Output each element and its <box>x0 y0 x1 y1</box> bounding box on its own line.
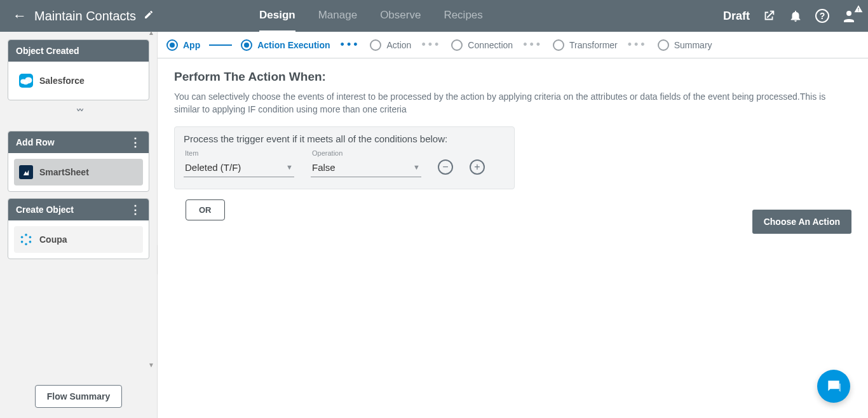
radio-empty-icon <box>370 39 381 51</box>
block-header: Create Object ⋮ <box>8 199 149 220</box>
field-operation: Operation False ▼ <box>311 149 421 177</box>
svg-point-11 <box>21 236 24 239</box>
bell-icon[interactable] <box>788 8 803 24</box>
help-icon[interactable]: ? <box>815 8 830 24</box>
block-menu-icon[interactable]: ⋮ <box>130 206 141 213</box>
field-label: Item <box>184 149 294 157</box>
item-value: Deleted (T/F) <box>185 162 241 173</box>
radio-filled-icon <box>241 39 252 51</box>
user-avatar[interactable] <box>841 8 857 24</box>
step-connection[interactable]: Connection <box>451 39 513 51</box>
add-condition-button[interactable]: + <box>470 159 485 175</box>
step-label: Action Execution <box>257 40 330 50</box>
choose-action-button[interactable]: Choose An Action <box>752 210 851 234</box>
topbar-tabs: Design Manage Observe Recipes <box>259 0 483 32</box>
svg-point-9 <box>25 243 27 246</box>
app-row-smartsheet[interactable]: SmartSheet <box>14 159 143 185</box>
smartsheet-icon <box>19 165 33 179</box>
external-link-icon[interactable] <box>761 8 776 24</box>
step-label: App <box>183 40 200 50</box>
svg-point-5 <box>23 80 29 85</box>
salesforce-icon <box>19 74 33 88</box>
remove-condition-button[interactable]: − <box>438 159 453 175</box>
condition-title: Process the trigger event if it meets al… <box>184 133 505 144</box>
item-select[interactable]: Deleted (T/F) ▼ <box>184 158 294 177</box>
flow-summary-wrap: Flow Summary <box>8 379 149 418</box>
flow-summary-button[interactable]: Flow Summary <box>35 385 123 408</box>
status-label: Draft <box>723 10 750 23</box>
radio-empty-icon <box>658 39 669 51</box>
stack-chevron-icon[interactable]: ˅˅ <box>8 107 149 121</box>
svg-point-6 <box>25 234 27 236</box>
scroll-up-icon[interactable]: ▲ <box>148 29 154 36</box>
connector-line <box>209 44 232 46</box>
field-item: Item Deleted (T/F) ▼ <box>184 149 294 177</box>
or-button[interactable]: OR <box>186 199 225 220</box>
radio-empty-icon <box>451 39 463 51</box>
block-menu-icon[interactable]: ⋮ <box>130 138 141 146</box>
block-object-created: Object Created Salesforce <box>8 39 149 100</box>
block-body: Salesforce <box>8 62 149 100</box>
topbar: ← Maintain Contacts Design Manage Observ… <box>0 0 868 32</box>
main-panel: App Action Execution ••• Action ••• Conn… <box>158 32 868 418</box>
step-label: Connection <box>468 40 513 50</box>
block-body: Coupa <box>8 220 149 259</box>
content: Perform The Action When: You can selecti… <box>158 58 868 232</box>
block-create-object: Create Object ⋮ Coupa <box>8 198 149 259</box>
condition-card: Process the trigger event if it meets al… <box>174 126 515 189</box>
connector-dots: ••• <box>628 38 648 51</box>
step-summary[interactable]: Summary <box>658 39 712 51</box>
block-title: Add Row <box>16 137 55 147</box>
connector-dots: ••• <box>341 38 360 51</box>
scroll-down-icon[interactable]: ▼ <box>148 361 154 368</box>
block-header: Object Created <box>8 40 149 62</box>
back-arrow-icon[interactable]: ← <box>13 8 27 24</box>
app-name: Coupa <box>39 234 67 245</box>
step-label: Transformer <box>569 40 618 50</box>
radio-empty-icon <box>553 39 564 51</box>
chat-widget[interactable] <box>817 370 850 403</box>
step-app[interactable]: App <box>166 39 200 51</box>
block-header: Add Row ⋮ <box>8 131 149 153</box>
section-title: Perform The Action When: <box>174 70 851 84</box>
connector-dots: ••• <box>523 38 543 51</box>
operation-value: False <box>312 162 336 173</box>
condition-row: Item Deleted (T/F) ▼ Operation False ▼ <box>184 149 505 177</box>
block-title: Create Object <box>16 205 74 215</box>
page-title: Maintain Contacts <box>34 9 136 24</box>
topbar-left: ← Maintain Contacts <box>0 8 158 24</box>
step-label: Action <box>386 40 411 50</box>
app-name: SmartSheet <box>39 167 89 177</box>
radio-filled-icon <box>166 39 178 51</box>
svg-point-8 <box>29 241 32 243</box>
step-label: Summary <box>674 40 712 50</box>
block-title: Object Created <box>16 46 79 56</box>
connector-dots: ••• <box>421 38 441 51</box>
chevron-down-icon: ▼ <box>413 163 420 171</box>
app-name: Salesforce <box>39 76 85 86</box>
steps-bar: App Action Execution ••• Action ••• Conn… <box>158 32 868 58</box>
block-add-row: Add Row ⋮ SmartSheet <box>8 131 149 192</box>
sidebar-scroll: Object Created Salesforce ˅˅ Add Row ⋮ <box>8 39 149 379</box>
tab-observe[interactable]: Observe <box>380 0 421 32</box>
step-transformer[interactable]: Transformer <box>553 39 618 51</box>
sidebar: ▲ Object Created Salesforce ˅˅ <box>0 32 158 418</box>
app-row-salesforce[interactable]: Salesforce <box>14 67 143 94</box>
alert-triangle-icon <box>854 4 863 15</box>
operation-select[interactable]: False ▼ <box>311 158 421 177</box>
edit-icon[interactable] <box>144 10 154 22</box>
field-label: Operation <box>311 149 421 157</box>
step-action-execution[interactable]: Action Execution <box>241 39 330 51</box>
step-action[interactable]: Action <box>370 39 411 51</box>
tab-design[interactable]: Design <box>259 0 295 32</box>
svg-point-2 <box>846 11 851 16</box>
tab-manage[interactable]: Manage <box>318 0 357 32</box>
chevron-down-icon: ▼ <box>286 163 293 171</box>
section-description: You can selectively choose the events of… <box>174 90 829 116</box>
block-body: SmartSheet <box>8 153 149 191</box>
app-row-coupa[interactable]: Coupa <box>14 226 143 253</box>
svg-point-7 <box>29 236 32 239</box>
tab-recipes[interactable]: Recipes <box>444 0 482 32</box>
svg-text:?: ? <box>820 11 825 21</box>
coupa-icon <box>19 233 33 246</box>
